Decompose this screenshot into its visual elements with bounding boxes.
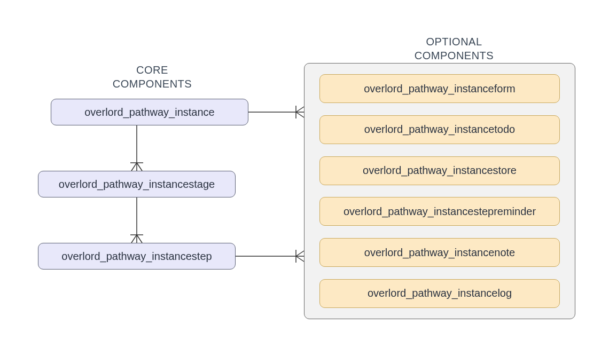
optional-box-instancenote-label: overlord_pathway_instancenote: [364, 247, 515, 259]
connector-instance-to-optional: [248, 106, 304, 118]
optional-box-instancestepreminder: overlord_pathway_instancestepreminder: [319, 197, 560, 226]
core-box-instancestep-label: overlord_pathway_instancestep: [61, 250, 212, 263]
svg-line-9: [296, 107, 304, 112]
core-title-line1: CORE: [136, 64, 168, 76]
optional-box-instanceform-label: overlord_pathway_instanceform: [364, 83, 516, 95]
optional-box-instancetodo: overlord_pathway_instancetodo: [319, 115, 560, 144]
core-title-line2: COMPONENTS: [113, 78, 192, 90]
core-box-instancestage-label: overlord_pathway_instancestage: [59, 178, 215, 191]
svg-line-6: [137, 235, 142, 243]
connector-instancestep-to-optional: [236, 250, 304, 263]
svg-line-1: [131, 163, 137, 171]
connector-instance-to-instancestage: [130, 125, 143, 171]
svg-line-14: [296, 256, 304, 262]
optional-box-instancestore: overlord_pathway_instancestore: [319, 156, 560, 185]
optional-box-instancelog-label: overlord_pathway_instancelog: [368, 287, 512, 299]
optional-title-line2: COMPONENTS: [415, 50, 494, 61]
optional-components-title: OPTIONAL COMPONENTS: [385, 35, 524, 62]
optional-box-instanceform: overlord_pathway_instanceform: [319, 74, 560, 103]
core-components-title: CORE COMPONENTS: [93, 63, 211, 91]
svg-line-13: [296, 251, 304, 256]
component-diagram: CORE COMPONENTS OPTIONAL COMPONENTS over…: [0, 0, 609, 364]
core-box-instance-label: overlord_pathway_instance: [84, 106, 215, 118]
optional-components-container: overlord_pathway_instanceform overlord_p…: [304, 63, 575, 319]
svg-line-2: [137, 163, 142, 171]
optional-box-instancenote: overlord_pathway_instancenote: [319, 238, 560, 267]
optional-box-instancelog: overlord_pathway_instancelog: [319, 279, 560, 308]
svg-line-5: [131, 235, 137, 243]
core-box-instancestep: overlord_pathway_instancestep: [38, 243, 236, 270]
svg-line-10: [296, 112, 304, 117]
optional-box-instancestepreminder-label: overlord_pathway_instancestepreminder: [343, 205, 536, 218]
core-box-instance: overlord_pathway_instance: [51, 99, 248, 125]
optional-box-instancetodo-label: overlord_pathway_instancetodo: [364, 123, 515, 136]
connector-instancestage-to-instancestep: [130, 197, 143, 243]
optional-box-instancestore-label: overlord_pathway_instancestore: [363, 164, 517, 177]
optional-title-line1: OPTIONAL: [426, 36, 482, 48]
core-box-instancestage: overlord_pathway_instancestage: [38, 171, 236, 197]
